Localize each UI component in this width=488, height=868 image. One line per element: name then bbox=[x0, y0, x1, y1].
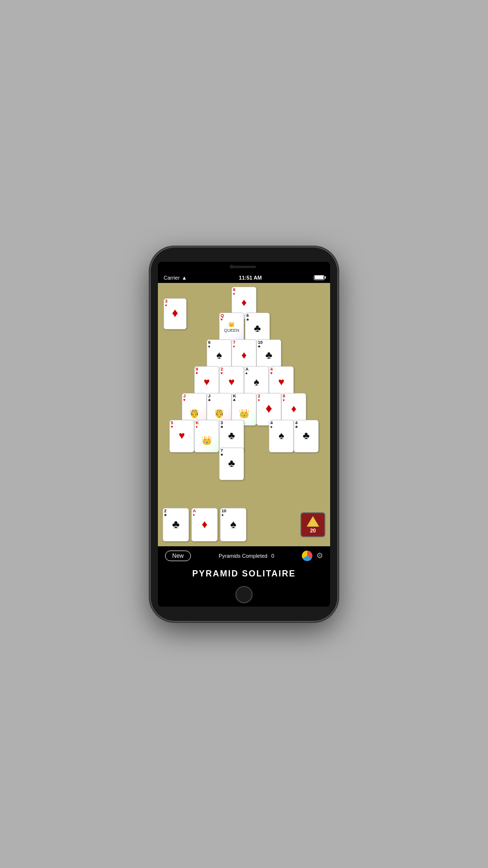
home-button-area bbox=[158, 583, 330, 607]
pyramid-area: 3 ♦ ♦ 6 ♦ ♦ Q ♥ bbox=[158, 283, 330, 503]
home-button[interactable] bbox=[235, 586, 253, 603]
bottom-area: 2 ♣ ♣ A ♦ ♦ bbox=[158, 503, 330, 546]
new-game-button[interactable]: New bbox=[165, 551, 191, 561]
time-display: 11:51 AM bbox=[239, 275, 262, 281]
game-title-bar: PYRAMID SOLITAIRE bbox=[158, 565, 330, 583]
game-area: 3 ♦ ♦ 6 ♦ ♦ Q ♥ bbox=[158, 283, 330, 546]
draw-pile: 2 ♣ ♣ A ♦ ♦ bbox=[163, 508, 246, 541]
side-card-sym: ♦ bbox=[172, 305, 178, 320]
draw-card-1[interactable]: 2 ♣ ♣ bbox=[163, 508, 189, 541]
pyramid-r6-c4[interactable]: 4 ♠ ♠ bbox=[269, 420, 294, 452]
speaker bbox=[232, 266, 256, 268]
toolbar-center: Pyramids Completed 0 bbox=[219, 553, 274, 559]
pyramid-r6-c1[interactable]: 5 ♥ ♥ bbox=[169, 420, 194, 452]
score-triangle-icon bbox=[307, 516, 319, 527]
toolbar-icons: ⚙ bbox=[302, 551, 323, 561]
score-badge: 20 bbox=[300, 512, 325, 537]
carrier-label: Carrier bbox=[164, 275, 180, 281]
phone-notch bbox=[158, 262, 330, 272]
game-center-icon[interactable] bbox=[302, 551, 312, 561]
phone-frame: Carrier ▲ 11:51 AM 3 ♦ bbox=[151, 248, 337, 621]
pyramids-count: 0 bbox=[271, 553, 274, 559]
phone-screen: Carrier ▲ 11:51 AM 3 ♦ bbox=[158, 262, 330, 607]
pyramids-label: Pyramids Completed bbox=[219, 553, 267, 559]
status-bar: Carrier ▲ 11:51 AM bbox=[158, 272, 330, 283]
score-value: 20 bbox=[310, 528, 316, 533]
side-card-suit: ♦ bbox=[165, 304, 167, 307]
toolbar: New Pyramids Completed 0 ⚙ bbox=[158, 546, 330, 565]
status-left: Carrier ▲ bbox=[164, 275, 187, 281]
settings-icon[interactable]: ⚙ bbox=[316, 551, 323, 560]
game-title-text: PYRAMID SOLITAIRE bbox=[192, 569, 296, 579]
pyramid-r6-c2[interactable]: K ♦ 👑 bbox=[194, 420, 219, 452]
wifi-icon: ▲ bbox=[182, 275, 187, 281]
draw-card-2[interactable]: A ♦ ♦ bbox=[191, 508, 218, 541]
draw-card-3[interactable]: 10 ♠ ♠ bbox=[220, 508, 246, 541]
side-card-3d[interactable]: 3 ♦ ♦ bbox=[164, 298, 187, 329]
pyramid-r7-c1[interactable]: 7 ♣ ♣ bbox=[219, 448, 244, 480]
status-right bbox=[314, 275, 324, 280]
pyramid-r6-c5[interactable]: 4 ♣ ♣ bbox=[294, 420, 319, 452]
battery-icon bbox=[314, 275, 324, 280]
